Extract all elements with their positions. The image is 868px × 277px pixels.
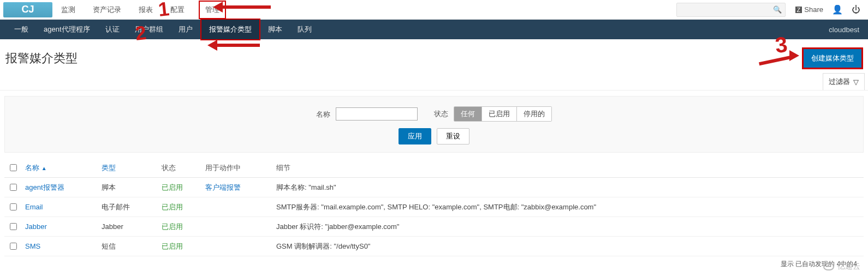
filter-status-label: 状态 xyxy=(434,110,448,118)
filter-name-group: 名称 xyxy=(316,107,418,121)
watermark-text: 亿速云 xyxy=(837,262,860,272)
media-detail-cell: SMTP服务器: "mail.example.com", SMTP HELO: … xyxy=(273,197,864,217)
media-status-link[interactable]: 已启用 xyxy=(158,178,202,197)
media-type-cell: 短信 xyxy=(98,237,158,256)
page-title: 报警媒介类型 xyxy=(5,50,78,67)
page-header: 报警媒介类型 创建媒体类型 xyxy=(0,39,868,73)
media-types-table: 名称 ▲ 类型 状态 用于动作中 细节 agent报警器 脚本 已启用 客户端报… xyxy=(4,158,864,275)
subnav-queue[interactable]: 队列 xyxy=(290,20,319,39)
media-name-link[interactable]: SMS xyxy=(22,237,98,256)
media-detail-cell: GSM 调制解调器: "/dev/ttyS0" xyxy=(273,237,864,256)
share-button[interactable]: Z Share xyxy=(791,5,828,14)
media-status-link[interactable]: 已启用 xyxy=(158,197,202,217)
create-media-type-button[interactable]: 创建媒体类型 xyxy=(802,48,863,69)
media-usedin-cell xyxy=(202,217,273,237)
subnav-right-label: cloudbest xyxy=(829,26,861,34)
media-status-link[interactable]: 已启用 xyxy=(158,217,202,237)
media-name-link[interactable]: Email xyxy=(22,197,98,217)
col-name-label: 名称 xyxy=(25,164,39,172)
col-name[interactable]: 名称 ▲ xyxy=(22,158,98,178)
watermark: 亿速云 xyxy=(823,262,860,272)
media-name-link[interactable]: agent报警器 xyxy=(22,178,98,197)
status-any[interactable]: 任何 xyxy=(454,107,481,121)
subnav-scripts[interactable]: 脚本 xyxy=(260,20,290,39)
media-type-cell: Jabber xyxy=(98,217,158,237)
filter-icon: ▽ xyxy=(853,78,859,86)
media-type-cell: 电子邮件 xyxy=(98,197,158,217)
share-label: Share xyxy=(804,5,823,14)
nav-monitor[interactable]: 监测 xyxy=(58,1,79,19)
table-row: agent报警器 脚本 已启用 客户端报警 脚本名称: "mail.sh" xyxy=(4,178,864,197)
watermark-icon xyxy=(823,263,834,270)
search-icon: 🔍 xyxy=(773,5,782,14)
row-checkbox[interactable] xyxy=(10,243,17,250)
table-row: Email 电子邮件 已启用 SMTP服务器: "mail.example.co… xyxy=(4,197,864,217)
status-enabled[interactable]: 已启用 xyxy=(481,107,516,121)
nav-inventory[interactable]: 资产记录 xyxy=(90,1,124,19)
user-icon[interactable]: 👤 xyxy=(828,4,847,15)
filter-tab-row: 过滤器 ▽ xyxy=(0,73,868,91)
filter-status-group: 状态 任何 已启用 停用的 xyxy=(434,106,552,122)
media-name-link[interactable]: Jabber xyxy=(22,217,98,237)
filter-panel: 名称 状态 任何 已启用 停用的 应用 重设 xyxy=(4,96,864,153)
power-icon[interactable]: ⏻ xyxy=(847,5,865,15)
primary-nav: 监测 资产记录 报表 配置 管理 xyxy=(58,1,226,19)
media-usedin-link[interactable]: 客户端报警 xyxy=(202,178,273,197)
nav-admin[interactable]: 管理 xyxy=(199,1,226,19)
col-status: 状态 xyxy=(158,158,202,178)
row-checkbox[interactable] xyxy=(10,203,17,210)
media-usedin-cell xyxy=(202,197,273,217)
subnav-mediatypes[interactable]: 报警媒介类型 xyxy=(200,19,260,40)
logo: CJ xyxy=(3,2,52,17)
media-detail-cell: 脚本名称: "mail.sh" xyxy=(273,178,864,197)
table-footer: 显示 已自动发现的 4中的4 xyxy=(4,256,864,275)
subnav: 一般 agent代理程序 认证 用户群组 用户 报警媒介类型 脚本 队列 clo… xyxy=(0,20,868,39)
col-used-in: 用于动作中 xyxy=(202,158,273,178)
nav-reports[interactable]: 报表 xyxy=(135,1,156,19)
col-details: 细节 xyxy=(273,158,864,178)
filter-label: 过滤器 xyxy=(829,77,850,87)
subnav-users[interactable]: 用户 xyxy=(171,20,200,39)
reset-button[interactable]: 重设 xyxy=(437,128,469,144)
media-type-cell: 脚本 xyxy=(98,178,158,197)
table-header-row: 名称 ▲ 类型 状态 用于动作中 细节 xyxy=(4,158,864,178)
media-status-link[interactable]: 已启用 xyxy=(158,237,202,256)
subnav-proxies[interactable]: agent代理程序 xyxy=(36,20,98,39)
topbar: CJ 监测 资产记录 报表 配置 管理 🔍 Z Share 👤 ⏻ xyxy=(0,0,868,20)
row-checkbox[interactable] xyxy=(10,184,17,191)
nav-config[interactable]: 配置 xyxy=(167,1,188,19)
search-input[interactable]: 🔍 xyxy=(676,3,786,17)
table-row: Jabber Jabber 已启用 Jabber 标识符: "jabber@ex… xyxy=(4,217,864,237)
subnav-usergroups[interactable]: 用户群组 xyxy=(127,20,171,39)
col-type[interactable]: 类型 xyxy=(98,158,158,178)
sort-asc-icon: ▲ xyxy=(41,165,47,171)
table-row: SMS 短信 已启用 GSM 调制解调器: "/dev/ttyS0" xyxy=(4,237,864,256)
apply-button[interactable]: 应用 xyxy=(399,128,431,144)
status-segmented: 任何 已启用 停用的 xyxy=(454,106,552,122)
row-checkbox[interactable] xyxy=(10,223,17,230)
media-detail-cell: Jabber 标识符: "jabber@example.com" xyxy=(273,217,864,237)
status-disabled[interactable]: 停用的 xyxy=(516,107,551,121)
subnav-auth[interactable]: 认证 xyxy=(98,20,127,39)
select-all-checkbox[interactable] xyxy=(10,164,17,171)
filter-name-label: 名称 xyxy=(316,110,330,118)
filter-name-input[interactable] xyxy=(336,107,418,121)
filter-toggle[interactable]: 过滤器 ▽ xyxy=(823,73,865,90)
share-z-icon: Z xyxy=(795,7,802,13)
media-usedin-cell xyxy=(202,237,273,256)
subnav-general[interactable]: 一般 xyxy=(7,20,36,39)
